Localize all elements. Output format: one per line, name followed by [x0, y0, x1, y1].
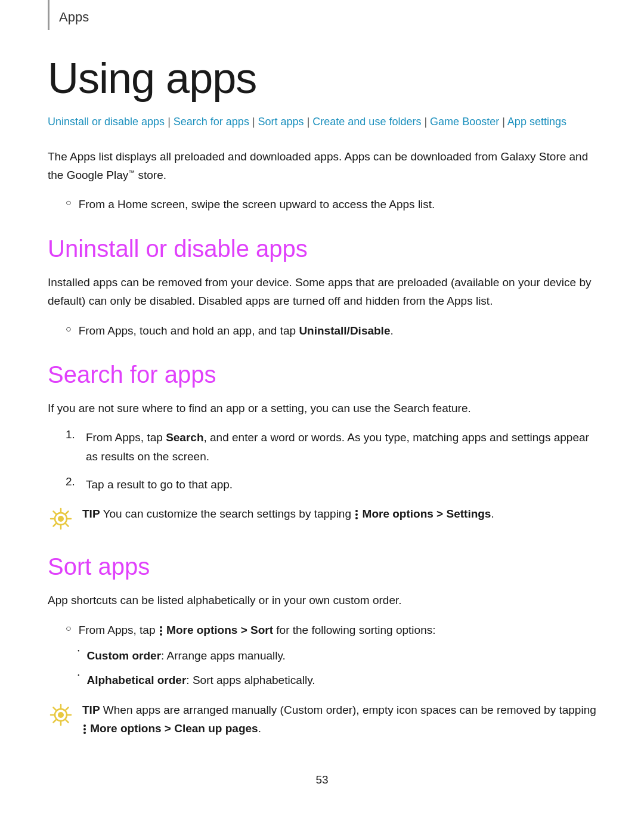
sub-bullet-dot-1: •: [78, 648, 80, 654]
three-dot-icon-1: [355, 510, 358, 519]
svg-line-8: [54, 524, 57, 527]
nav-link-folders[interactable]: Create and use folders: [312, 116, 421, 128]
section-heading-uninstall: Uninstall or disable apps: [48, 236, 596, 262]
svg-point-9: [58, 516, 64, 522]
search-step-1: 1. From Apps, tap Search, and enter a wo…: [66, 428, 596, 466]
bullet-circle-uninstall: ○: [66, 324, 72, 335]
sort-sub-bullet-2: • Alphabetical order: Sort apps alphabet…: [78, 671, 596, 689]
svg-line-16: [66, 719, 69, 722]
intro-bullet-text: From a Home screen, swipe the screen upw…: [79, 195, 435, 213]
tip-icon-sort: [48, 702, 74, 728]
step-index-2: 2.: [66, 475, 80, 488]
bullet-circle-intro: ○: [66, 197, 72, 208]
sort-tip-box: TIP When apps are arranged manually (Cus…: [48, 701, 596, 738]
svg-line-17: [66, 707, 69, 710]
page-title: Using apps: [48, 54, 596, 103]
svg-line-18: [54, 719, 57, 722]
search-tip-box: TIP You can customize the search setting…: [48, 504, 596, 532]
sort-sub-bullet-1: • Custom order: Arrange apps manually.: [78, 646, 596, 665]
page-container: Apps Using apps Uninstall or disable app…: [0, 0, 644, 833]
sub-bullet-dot-2: •: [78, 672, 80, 679]
page-number: 53: [48, 773, 596, 786]
nav-sep-4: |: [421, 116, 430, 128]
section-heading-sort: Sort apps: [48, 553, 596, 580]
uninstall-body: Installed apps can be removed from your …: [48, 273, 596, 311]
nav-sep-3: |: [304, 116, 313, 128]
nav-link-game[interactable]: Game Booster: [430, 116, 499, 128]
sort-body: App shortcuts can be listed alphabetical…: [48, 591, 596, 609]
sort-tip-text: TIP When apps are arranged manually (Cus…: [82, 701, 596, 738]
search-numbered-list: 1. From Apps, tap Search, and enter a wo…: [48, 428, 596, 494]
intro-text: The Apps list displays all preloaded and…: [48, 147, 596, 185]
sort-bullet-text: From Apps, tap More options > Sort for t…: [79, 621, 436, 639]
nav-link-uninstall[interactable]: Uninstall or disable apps: [48, 116, 165, 128]
svg-point-19: [58, 712, 64, 718]
uninstall-bullet-text: From Apps, touch and hold an app, and ta…: [79, 321, 394, 340]
svg-line-6: [66, 524, 69, 527]
header-bar: Apps: [48, 0, 596, 30]
nav-sep-1: |: [165, 116, 174, 128]
bullet-circle-sort: ○: [66, 623, 72, 634]
nav-links: Uninstall or disable apps | Search for a…: [48, 113, 596, 131]
intro-bullet-item: ○ From a Home screen, swipe the screen u…: [48, 195, 596, 213]
step-text-2: Tap a result to go to that app.: [86, 475, 233, 494]
uninstall-bullet-item: ○ From Apps, touch and hold an app, and …: [48, 321, 596, 340]
sort-alpha-text: Alphabetical order: Sort apps alphabetic…: [87, 671, 315, 689]
three-dot-icon-3: [83, 724, 86, 734]
header-title: Apps: [59, 10, 89, 24]
search-body: If you are not sure where to find an app…: [48, 399, 596, 417]
nav-link-settings[interactable]: App settings: [507, 116, 566, 128]
step-index-1: 1.: [66, 428, 80, 441]
sort-bullet-item: ○ From Apps, tap More options > Sort for…: [48, 621, 596, 639]
nav-link-search[interactable]: Search for apps: [174, 116, 249, 128]
tip-icon-search: [48, 506, 74, 532]
nav-link-sort[interactable]: Sort apps: [258, 116, 304, 128]
search-step-2: 2. Tap a result to go to that app.: [66, 475, 596, 494]
search-tip-text: TIP You can customize the search setting…: [82, 504, 494, 523]
svg-line-7: [66, 512, 69, 515]
three-dot-icon-2: [160, 626, 162, 636]
sort-custom-text: Custom order: Arrange apps manually.: [87, 646, 286, 665]
nav-sep-5: |: [499, 116, 507, 128]
nav-sep-2: |: [249, 116, 258, 128]
section-heading-search: Search for apps: [48, 361, 596, 388]
step-text-1: From Apps, tap Search, and enter a word …: [86, 428, 596, 466]
svg-line-15: [54, 707, 57, 710]
sort-sub-bullets: • Custom order: Arrange apps manually. •…: [48, 646, 596, 690]
svg-line-5: [54, 512, 57, 515]
